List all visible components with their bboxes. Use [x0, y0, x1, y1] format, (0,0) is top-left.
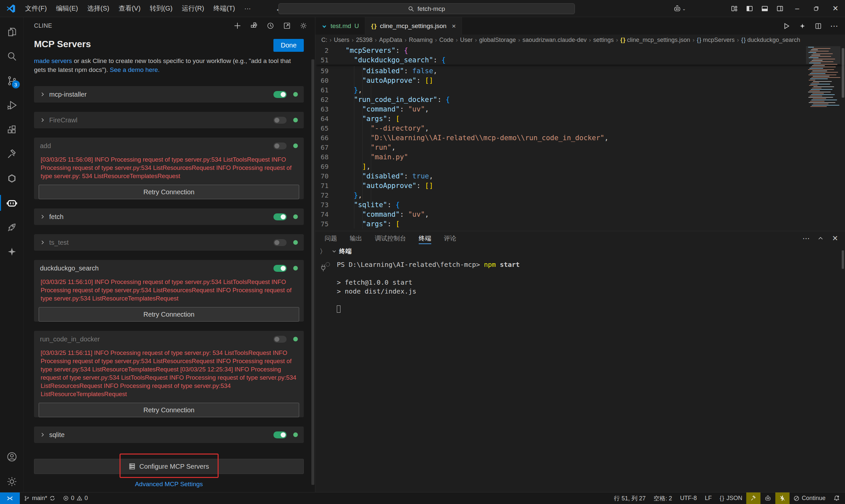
- indentation-item[interactable]: 空格: 2: [650, 492, 676, 504]
- mcp-server-row-mcp-installer[interactable]: mcp-installer: [34, 86, 304, 103]
- panel-tab-4[interactable]: 评论: [444, 231, 456, 246]
- menu-item-t[interactable]: 终端(T): [209, 2, 240, 15]
- accounts-icon[interactable]: [0, 445, 24, 469]
- customize-layout-icon[interactable]: [727, 0, 742, 17]
- panel-tab-2[interactable]: 调试控制台: [375, 231, 406, 246]
- menu-item-e[interactable]: 编辑(E): [52, 2, 83, 15]
- command-search-input[interactable]: fetch-mcp: [278, 3, 575, 14]
- server-enabled-toggle[interactable]: [273, 91, 287, 98]
- mcp-server-row-run_code_in_docker[interactable]: run_code_in_docker: [34, 331, 304, 347]
- advanced-mcp-settings-link[interactable]: Advanced MCP Settings: [34, 481, 304, 488]
- breadcrumb-item-cline_mcp_settings-json[interactable]: { }cline_mcp_settings.json: [620, 37, 690, 43]
- restore-button[interactable]: [807, 0, 826, 17]
- tools-extension-icon[interactable]: [0, 142, 24, 166]
- maximize-panel-icon[interactable]: [815, 233, 827, 245]
- remote-indicator[interactable]: [0, 492, 20, 504]
- editor-scrollbar[interactable]: [842, 48, 844, 97]
- extensions-icon[interactable]: [0, 118, 24, 142]
- server-enabled-toggle[interactable]: [273, 213, 287, 220]
- panel-tab-1[interactable]: 输出: [350, 231, 362, 246]
- breadcrumb-item-globalStorage[interactable]: globalStorage: [479, 37, 516, 43]
- more-actions-icon[interactable]: ⋯: [828, 20, 840, 32]
- breadcrumb-item-mcpServers[interactable]: { }mcpServers: [697, 37, 735, 43]
- panel-tab-0[interactable]: 问题: [325, 231, 337, 246]
- rocket-extension-icon[interactable]: [0, 215, 24, 239]
- menu-item-[interactable]: ···: [240, 3, 256, 14]
- copilot-icon[interactable]: ⌄: [672, 0, 687, 17]
- toggle-panel-icon[interactable]: [757, 0, 772, 17]
- copilot-status-item[interactable]: [760, 492, 775, 504]
- terminal-group-header[interactable]: 终端: [332, 247, 352, 256]
- close-panel-icon[interactable]: ✕: [829, 233, 841, 245]
- sparkle-edit-icon[interactable]: [796, 20, 809, 32]
- mcp-server-row-duckduckgo_search[interactable]: duckduckgo_search: [34, 260, 304, 276]
- hexagon-ring-extension-icon[interactable]: [0, 166, 24, 191]
- mcp-server-row-add[interactable]: add: [34, 138, 304, 154]
- language-mode-item[interactable]: { }JSON: [715, 492, 746, 504]
- breadcrumb-item-25398[interactable]: 25398: [356, 37, 373, 43]
- continue-status-item[interactable]: Continue: [790, 492, 829, 504]
- close-tab-icon[interactable]: ×: [452, 22, 456, 30]
- done-button[interactable]: Done: [273, 39, 304, 52]
- menu-item-f[interactable]: 文件(F): [20, 2, 52, 15]
- breadcrumb-item-User[interactable]: User: [460, 37, 472, 43]
- close-window-button[interactable]: ✕: [826, 0, 845, 17]
- menu-item-r[interactable]: 运行(R): [177, 2, 209, 15]
- breadcrumb-item-settings[interactable]: settings: [593, 37, 614, 43]
- sidebar-scrollbar[interactable]: [311, 59, 314, 485]
- code-editor[interactable]: 2 "mcpServers": {51 "duckduckgo_search":…: [315, 46, 845, 231]
- run-file-icon[interactable]: [780, 20, 793, 32]
- breadcrumb-item-AppData[interactable]: AppData: [379, 37, 402, 43]
- panel-breadcrumb-chevron-icon[interactable]: 〉: [318, 247, 327, 256]
- mcp-server-row-fetch[interactable]: fetch: [34, 209, 304, 225]
- git-branch-item[interactable]: main*: [20, 492, 59, 504]
- toggle-secondary-sidebar-icon[interactable]: [772, 0, 788, 17]
- mcp-server-row-ts_test[interactable]: ts_test: [34, 234, 304, 251]
- menu-item-s[interactable]: 选择(S): [83, 2, 114, 15]
- encoding-item[interactable]: UTF-8: [676, 492, 701, 504]
- minimap[interactable]: [806, 47, 840, 109]
- open-external-icon[interactable]: [281, 19, 293, 32]
- retry-connection-button[interactable]: Retry Connection: [39, 185, 299, 199]
- notifications-bell-icon[interactable]: [829, 492, 845, 504]
- see-demo-link[interactable]: See a demo here.: [110, 66, 160, 73]
- mcp-server-row-FireCrawl[interactable]: FireCrawl: [34, 112, 304, 128]
- server-enabled-toggle[interactable]: [273, 431, 287, 438]
- settings-gear-icon[interactable]: [0, 471, 24, 492]
- tool-status-item[interactable]: [746, 492, 760, 504]
- split-editor-icon[interactable]: [812, 20, 825, 32]
- menu-item-v[interactable]: 查看(V): [114, 2, 145, 15]
- configure-mcp-servers-button[interactable]: Configure MCP Servers: [34, 459, 304, 474]
- panel-tab-3[interactable]: 终端: [419, 231, 431, 246]
- server-enabled-toggle[interactable]: [273, 265, 287, 272]
- source-control-icon[interactable]: 3: [0, 69, 24, 93]
- panel-more-actions-icon[interactable]: ⋯: [800, 233, 812, 245]
- breadcrumb-item-Users[interactable]: Users: [334, 37, 349, 43]
- history-icon[interactable]: [264, 19, 277, 32]
- toggle-primary-sidebar-icon[interactable]: [742, 0, 757, 17]
- lightning-off-status-item[interactable]: [775, 492, 790, 504]
- run-debug-icon[interactable]: [0, 93, 24, 118]
- retry-connection-button[interactable]: Retry Connection: [39, 403, 299, 417]
- search-view-icon[interactable]: [0, 44, 24, 69]
- server-enabled-toggle[interactable]: [273, 336, 287, 343]
- made-servers-link[interactable]: made servers: [34, 57, 72, 64]
- new-task-icon[interactable]: [231, 19, 244, 32]
- server-enabled-toggle[interactable]: [273, 117, 287, 124]
- breadcrumb-item-duckduckgo_search[interactable]: { }duckduckgo_search: [741, 37, 800, 43]
- mcp-servers-icon[interactable]: [248, 19, 260, 32]
- explorer-icon[interactable]: [0, 20, 24, 44]
- breadcrumb-item-saoudrizwan-claude-dev[interactable]: saoudrizwan.claude-dev: [522, 37, 586, 43]
- mcp-server-row-sqlite[interactable]: sqlite: [34, 427, 304, 443]
- menu-item-g[interactable]: 转到(G): [145, 2, 177, 15]
- minimize-button[interactable]: –: [788, 0, 807, 17]
- sparkle-extension-icon[interactable]: [0, 239, 24, 264]
- breadcrumb-item-C-[interactable]: C:: [321, 37, 327, 43]
- eol-item[interactable]: LF: [701, 492, 715, 504]
- server-enabled-toggle[interactable]: [273, 239, 287, 246]
- tab-cline-mcp-settings-json[interactable]: { } cline_mcp_settings.json ×: [365, 17, 462, 35]
- breadcrumb-item-Code[interactable]: Code: [439, 37, 453, 43]
- problems-item[interactable]: 0 0: [59, 492, 92, 504]
- cursor-position-item[interactable]: 行 51, 列 27: [610, 492, 650, 504]
- retry-connection-button[interactable]: Retry Connection: [39, 307, 299, 322]
